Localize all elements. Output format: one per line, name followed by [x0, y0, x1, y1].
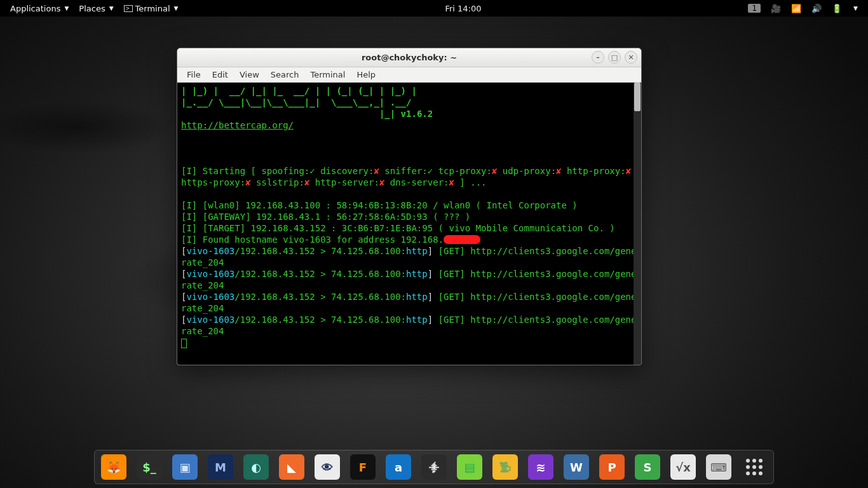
dock-armitage[interactable]: ◐	[243, 454, 269, 480]
dock-spreadsheet[interactable]: S	[635, 454, 660, 480]
chevron-down-icon: ▼	[174, 5, 179, 11]
menu-edit[interactable]: Edit	[207, 67, 234, 82]
dock-presentation[interactable]: P	[599, 454, 625, 480]
dock-activities[interactable]	[742, 454, 767, 480]
req-host: vivo-1603	[186, 269, 234, 279]
req-route: /192.168.43.152 > 74.125.68.100:	[234, 292, 406, 302]
menu-places[interactable]: Places▼	[74, 0, 118, 17]
terminal-icon: >	[124, 5, 133, 12]
dock-database[interactable]: ≋	[528, 454, 553, 480]
chevron-down-icon: ▼	[853, 5, 858, 11]
log-tag: [I]	[181, 223, 197, 233]
bracket: ]	[428, 246, 438, 256]
cross-icon: ✘	[449, 177, 454, 187]
terminal-output: | |_) | __/ |_| |_ __/ | | (_| (_| | |_)…	[177, 83, 641, 351]
terminal-cursor	[181, 339, 187, 348]
dock-metasploit[interactable]: M	[208, 454, 233, 480]
req-proto: http	[406, 269, 428, 279]
req-method: [GET]	[438, 315, 471, 325]
log-tag: [I]	[181, 200, 197, 210]
menu-applications[interactable]: Applications▼	[5, 0, 74, 17]
recorder-indicator[interactable]: 🎥	[766, 0, 786, 17]
bracket: ]	[428, 269, 438, 279]
terminal-menubar: File Edit View Search Terminal Help	[177, 67, 641, 83]
log-text: tcp-proxy:	[433, 166, 492, 176]
gnome-topbar: Applications▼ Places▼ > Terminal▼ Fri 14…	[0, 0, 868, 17]
network-indicator[interactable]: 📶	[786, 0, 806, 17]
req-host: vivo-1603	[186, 315, 234, 325]
menu-applications-label: Applications	[10, 4, 60, 13]
ascii-art-line: |_|	[181, 109, 401, 119]
window-close-button[interactable]: ✕	[625, 51, 637, 64]
dock-wireshark[interactable]: W	[564, 454, 589, 480]
clock[interactable]: Fri 14:00	[440, 0, 486, 17]
dock: 🦊$_▣M◐◣👁Fa⸎▤🗜≋WPS√x⌨	[94, 450, 774, 484]
log-text: sslstrip:	[251, 177, 304, 187]
menu-search[interactable]: Search	[265, 67, 305, 82]
dock-archive[interactable]: 🗜	[492, 454, 518, 480]
scrollbar-thumb[interactable]	[634, 83, 641, 111]
window-titlebar[interactable]: root@chokychoky: ~ – □ ✕	[177, 48, 641, 67]
chevron-down-icon: ▼	[109, 5, 114, 11]
terminal-window: root@chokychoky: ~ – □ ✕ File Edit View …	[177, 48, 642, 365]
menu-help[interactable]: Help	[351, 67, 381, 82]
log-line: [GATEWAY] 192.168.43.1 : 56:27:58:6A:5D:…	[197, 212, 470, 222]
check-icon: ✓	[309, 166, 315, 176]
menu-terminal[interactable]: Terminal	[304, 67, 351, 82]
req-proto: http	[406, 292, 428, 302]
volume-indicator[interactable]: 🔊	[806, 0, 827, 17]
active-app-label: Terminal	[135, 4, 170, 13]
chevron-down-icon: ▼	[64, 5, 69, 11]
log-text: http-server:	[309, 177, 379, 187]
menu-file-label: File	[187, 70, 201, 79]
workspace-indicator[interactable]: 1	[743, 0, 766, 17]
log-text: Starting [ spoofing:	[197, 166, 309, 176]
check-icon: ✓	[428, 166, 433, 176]
power-indicator[interactable]: 🔋	[827, 0, 847, 17]
log-tag: [I]	[181, 212, 197, 222]
menu-search-label: Search	[271, 70, 299, 79]
clock-label: Fri 14:00	[445, 4, 481, 13]
dock-firefox[interactable]: 🦊	[101, 454, 126, 480]
dock-faraday[interactable]: F	[350, 454, 376, 480]
bracket: ]	[428, 315, 438, 325]
system-menu[interactable]: ▼	[847, 0, 863, 17]
log-text: dns-server:	[384, 177, 449, 187]
cross-icon: ✘	[245, 177, 250, 187]
log-text: discovery:	[315, 166, 374, 176]
dock-math[interactable]: √x	[670, 454, 696, 480]
cross-icon: ✘	[556, 166, 561, 176]
dock-leafpad[interactable]: ▤	[457, 454, 482, 480]
speaker-icon: 🔊	[811, 4, 822, 13]
log-line: [wlan0] 192.168.43.100 : 58:94:6B:13:8B:…	[197, 200, 577, 210]
dock-files[interactable]: ▣	[172, 454, 198, 480]
redaction-mark	[444, 235, 480, 244]
menu-view[interactable]: View	[234, 67, 265, 82]
window-maximize-button[interactable]: □	[608, 51, 621, 64]
log-text: http-proxy:	[562, 166, 626, 176]
window-minimize-button[interactable]: –	[592, 51, 604, 64]
req-route: /192.168.43.152 > 74.125.68.100:	[234, 246, 406, 256]
req-host: vivo-1603	[186, 246, 234, 256]
active-app-indicator[interactable]: > Terminal▼	[119, 0, 184, 17]
scrollbar[interactable]	[634, 83, 641, 365]
dock-app-blue[interactable]: a	[386, 454, 411, 480]
log-text: udp-proxy:	[497, 166, 556, 176]
ascii-art-line: | |_) | __/ |_| |_ __/ | | (_| (_| | |_)…	[181, 86, 417, 96]
dock-keyboard[interactable]: ⌨	[706, 454, 731, 480]
bracket: ]	[428, 292, 438, 302]
dock-zenmap[interactable]: 👁	[315, 454, 340, 480]
log-tag: [I]	[181, 166, 197, 176]
req-route: /192.168.43.152 > 74.125.68.100:	[234, 269, 406, 279]
dock-burpsuite[interactable]: ◣	[279, 454, 304, 480]
dock-kdenlive[interactable]: ⸎	[421, 454, 447, 480]
window-title: root@chokychoky: ~	[362, 53, 457, 62]
project-url: http://bettercap.org/	[181, 120, 294, 130]
cross-icon: ✘	[626, 166, 631, 176]
terminal-viewport[interactable]: | |_) | __/ |_| |_ __/ | | (_| (_| | |_)…	[177, 83, 641, 365]
dock-terminal[interactable]: $_	[137, 454, 162, 480]
maximize-icon: □	[611, 53, 618, 62]
workspace-badge: 1	[748, 4, 761, 13]
menu-places-label: Places	[79, 4, 105, 13]
menu-file[interactable]: File	[181, 67, 207, 82]
